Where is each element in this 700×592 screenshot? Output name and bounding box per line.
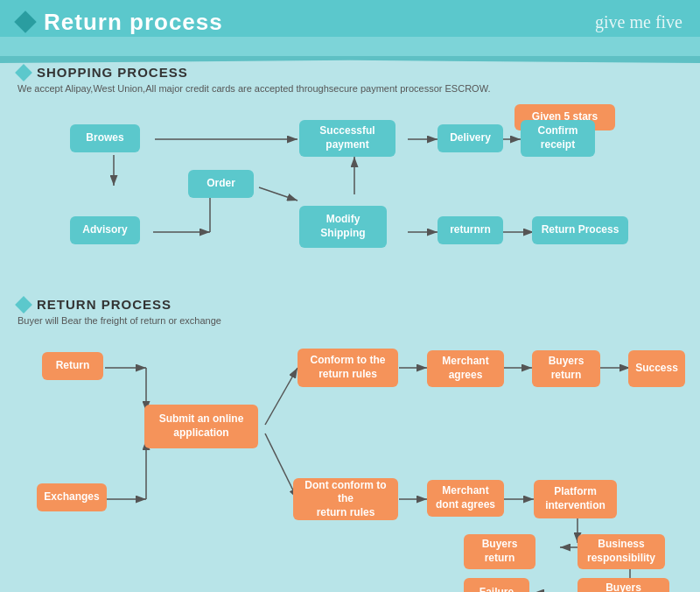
box-modify-shipping: ModifyShipping (299, 206, 387, 248)
box-merchant-agrees: Merchantagrees (427, 350, 504, 387)
page-title: Return process (44, 9, 223, 36)
box-advisory: Advisory (70, 216, 140, 244)
box-merchant-dont-agrees: Merchantdont agrees (427, 480, 504, 517)
box-success: Success (628, 350, 685, 387)
shopping-diagram: Given 5 stars Browes Successfulpayment D… (18, 102, 682, 295)
return-diagram: Return Exchanges Submit an onlineapplica… (18, 335, 682, 588)
box-exchanges: Exchanges (37, 483, 107, 511)
return-subtitle: Buyer will Bear the freight of return or… (18, 315, 682, 326)
box-order: Order (188, 170, 254, 198)
box-buyers-return-2: Buyersreturn (464, 534, 536, 569)
shopping-subtitle: We accept Alipay,West Union,All major cr… (18, 83, 682, 94)
box-confirm-receipt: Confirmreceipt (521, 120, 595, 157)
svg-line-4 (259, 187, 298, 201)
box-platform-intervention: Platformintervention (534, 480, 617, 518)
box-returnrn: returnrn (438, 216, 503, 244)
box-successful-payment: Successfulpayment (299, 120, 396, 157)
box-dont-conform: Dont conform to thereturn rules (293, 478, 398, 520)
header-ribbon (0, 37, 700, 56)
shopping-section-header: SHOPPING PROCESS (18, 65, 682, 80)
box-business-responsibility: Businessresponsibility (578, 534, 665, 569)
box-buyers-return-1: Buyersreturn (532, 350, 600, 387)
header-logo: give me five (595, 12, 682, 32)
return-section-header: RETURN PROCESS (18, 297, 682, 312)
box-conform-return-rules: Conform to thereturn rules (298, 349, 398, 387)
main-content: SHOPPING PROCESS We accept Alipay,West U… (0, 53, 700, 592)
box-browes: Browes (70, 124, 140, 152)
box-failure: Failure (464, 578, 529, 592)
box-delivery: Delivery (438, 124, 503, 152)
box-return: Return (42, 352, 103, 380)
box-submit-online: Submit an onlineapplication (144, 405, 258, 448)
box-return-process: Return Process (532, 216, 628, 244)
shopping-section-title: SHOPPING PROCESS (37, 65, 188, 80)
return-diamond-icon (15, 296, 32, 314)
shopping-diamond-icon (15, 64, 32, 81)
svg-line-17 (265, 368, 298, 425)
box-buyers-responsibility: Buyersresponsibility (578, 578, 669, 592)
header-diamond-icon (14, 11, 36, 32)
return-section-title: RETURN PROCESS (37, 297, 172, 312)
